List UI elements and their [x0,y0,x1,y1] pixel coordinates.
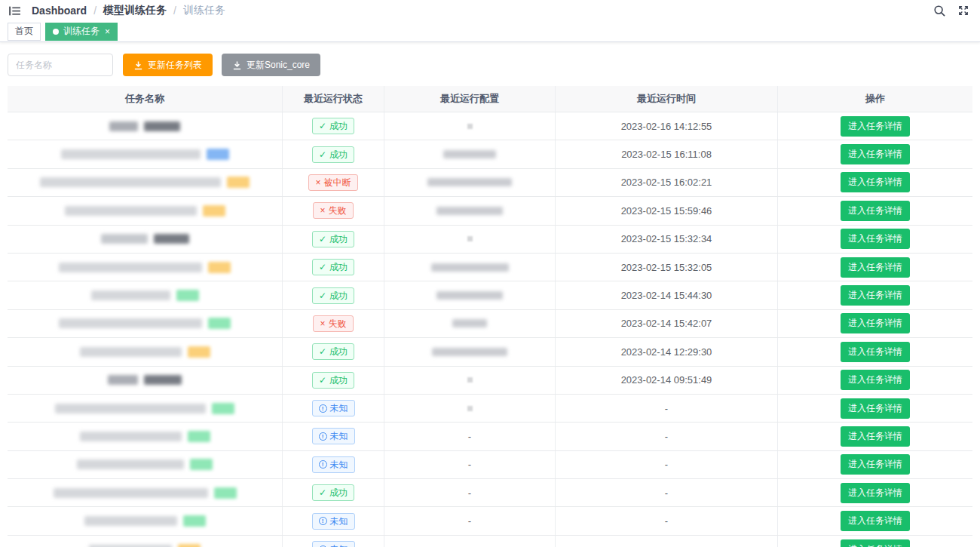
task-name-redacted [101,234,148,244]
run-config-cell [384,226,556,253]
update-sonic-core-button[interactable]: 更新Sonic_core [222,54,320,76]
status-label: 成功 [329,376,348,385]
enter-task-detail-button[interactable]: 进入任务详情 [841,285,910,306]
enter-task-detail-button[interactable]: 进入任务详情 [841,172,910,192]
operations-cell: 进入任务详情 [778,254,972,281]
status-badge-unknown: !未知 [312,428,355,444]
task-tag-green [183,515,206,527]
run-status-cell: !未知 [283,423,384,450]
task-name-cell [8,169,283,196]
sidebar-toggle-icon[interactable] [6,2,23,19]
task-name-cell [8,367,283,394]
tab-training-tasks[interactable]: 训练任务 × [45,23,118,41]
run-status-cell: ✓成功 [283,281,384,309]
run-time-cell: 2023-02-14 15:44:30 [556,281,778,309]
task-name-redacted [84,516,177,526]
operations-cell: 进入任务详情 [778,226,972,253]
run-time-cell: 2023-02-15 16:11:08 [556,140,778,167]
run-status-cell: ✓成功 [283,140,384,167]
run-config-redacted [427,178,512,186]
run-config-cell: - [384,451,556,478]
table-row: !未知--进入任务详情 [8,423,972,450]
status-badge-unknown: !未知 [312,541,355,547]
column-header-run-time: 最近运行时间 [556,86,778,112]
run-config-cell [384,281,556,309]
info-icon: ! [319,404,327,413]
tab-close-icon[interactable]: × [105,27,110,36]
enter-task-detail-button[interactable]: 进入任务详情 [841,370,910,390]
enter-task-detail-button[interactable]: 进入任务详情 [841,511,910,531]
tab-bar: 首页 训练任务 × [0,21,980,42]
task-tag-yellow [227,177,250,188]
cross-icon: × [315,178,320,187]
run-time-cell: - [556,451,778,478]
status-label: 成功 [329,488,348,497]
run-config-redacted [436,291,503,300]
check-icon: ✓ [319,376,326,385]
breadcrumb-item-training-tasks: 训练任务 [183,4,225,17]
table-row: ✓成功2023-02-14 15:44:30进入任务详情 [8,281,972,309]
run-config-redacted [467,406,473,411]
task-name-redacted [59,318,202,328]
operations-cell: 进入任务详情 [778,536,972,547]
task-name-search-input[interactable] [8,54,113,76]
breadcrumb-separator: / [173,5,176,17]
run-config-cell [384,169,556,196]
enter-task-detail-button[interactable]: 进入任务详情 [841,426,910,447]
status-label: 未知 [330,404,348,413]
enter-task-detail-button[interactable]: 进入任务详情 [841,144,910,164]
breadcrumb-separator: / [93,5,96,17]
top-bar: Dashboard / 模型训练任务 / 训练任务 [0,0,980,21]
operations-cell: 进入任务详情 [778,423,972,450]
enter-task-detail-button[interactable]: 进入任务详情 [841,201,910,221]
task-tag-yellow [188,346,210,358]
status-label: 成功 [329,235,348,244]
run-config-cell [384,395,556,422]
status-label: 成功 [329,347,348,356]
run-time-cell: 2023-02-15 15:59:46 [556,197,778,224]
table-header-row: 任务名称 最近运行状态 最近运行配置 最近运行时间 操作 [8,86,972,112]
task-name-cell [8,536,283,547]
run-config-cell: - [384,507,556,534]
run-config-empty: - [468,487,471,499]
enter-task-detail-button[interactable]: 进入任务详情 [841,116,910,137]
task-name-cell [8,423,283,450]
tab-home[interactable]: 首页 [8,23,41,41]
enter-task-detail-button[interactable]: 进入任务详情 [841,313,910,333]
breadcrumb-item-model-training[interactable]: 模型训练任务 [103,4,167,17]
status-badge-success: ✓成功 [312,372,354,389]
breadcrumb-item-dashboard[interactable]: Dashboard [32,5,87,17]
fullscreen-icon[interactable] [956,3,971,18]
search-icon[interactable] [932,3,947,18]
enter-task-detail-button[interactable]: 进入任务详情 [841,483,910,503]
task-name-redacted [109,121,138,131]
status-label: 成功 [329,291,348,300]
enter-task-detail-button[interactable]: 进入任务详情 [841,454,910,475]
column-header-run-status: 最近运行状态 [283,86,384,112]
run-config-cell [384,367,556,394]
operations-cell: 进入任务详情 [778,451,972,478]
task-name-redacted [55,404,206,413]
task-tag-green [176,290,199,301]
enter-task-detail-button[interactable]: 进入任务详情 [841,539,910,547]
info-icon: ! [319,460,327,469]
update-task-list-button[interactable]: 更新任务列表 [123,54,213,76]
run-time-cell: - [556,536,778,547]
enter-task-detail-button[interactable]: 进入任务详情 [841,342,910,362]
app-window: Dashboard / 模型训练任务 / 训练任务 [0,0,980,547]
enter-task-detail-button[interactable]: 进入任务详情 [841,257,910,278]
breadcrumb: Dashboard / 模型训练任务 / 训练任务 [32,4,225,17]
status-badge-interrupted: ×被中断 [308,174,357,191]
enter-task-detail-button[interactable]: 进入任务详情 [841,398,910,419]
table-body: ✓成功2023-02-16 14:12:55进入任务详情✓成功2023-02-1… [8,112,972,547]
status-badge-failed: ×失败 [313,315,353,332]
run-config-redacted [436,207,503,215]
run-status-cell: ✓成功 [283,367,384,394]
run-config-redacted [443,150,496,158]
task-name-redacted [80,347,182,357]
run-status-cell: !未知 [283,507,384,534]
enter-task-detail-button[interactable]: 进入任务详情 [841,229,910,249]
table-row: ✓成功2023-02-16 14:12:55进入任务详情 [8,112,972,140]
table-row: ✓成功2023-02-15 16:11:08进入任务详情 [8,140,972,168]
operations-cell: 进入任务详情 [778,112,972,140]
